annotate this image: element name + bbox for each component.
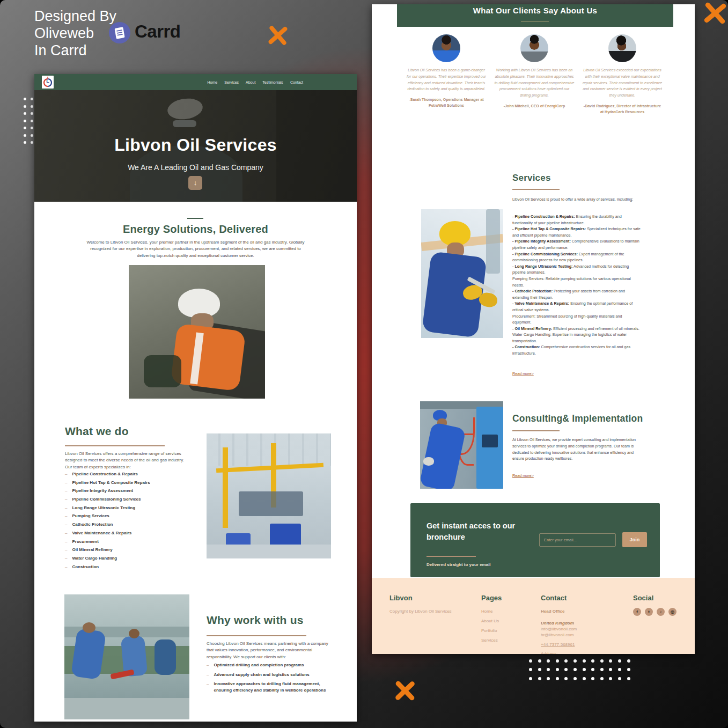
email-link[interactable]: info@libvonoil.com [541, 627, 577, 631]
service-entry: - Construction: Comprehensive constructi… [512, 344, 642, 356]
services-read-more-link[interactable]: Read more> [512, 371, 534, 376]
blue-bin [270, 524, 301, 547]
list-item: –Pipeline Integrity Assessment [65, 488, 194, 496]
service-entry: Pumping Services: Reliable pumping solut… [512, 276, 642, 288]
tiktok-icon[interactable]: ♪ [657, 608, 665, 616]
orange-x-mark [393, 678, 417, 703]
footer-link-services[interactable]: Services [481, 638, 498, 643]
footer-copyright: Copyright by Libvon Oil Services [389, 609, 452, 614]
nav-item-about[interactable]: About [246, 80, 255, 84]
orange-x-mark [266, 24, 290, 47]
services-underline [512, 189, 560, 190]
footer-link-portfolio[interactable]: Portfolio [481, 628, 497, 633]
nav-item-home[interactable]: Home [208, 80, 218, 84]
twitter-icon[interactable]: t [645, 608, 653, 616]
list-item: –Optimized drilling and completion progr… [207, 662, 335, 668]
testimonial-author: -David Rodriguez, Director of Infrastruc… [582, 103, 663, 115]
cta-title: Get instant acces to our bronchure [426, 520, 539, 543]
footer-social-title: Social [633, 594, 653, 602]
footer-link-about-us[interactable]: About Us [481, 619, 499, 623]
hero-subtitle: We Are A Leading Oil and Gas Company [34, 163, 357, 172]
section-divider [187, 218, 203, 219]
list-item: –Pumping Services [65, 513, 194, 521]
testimonial-quote: Working with Libvon Oil Services has bee… [494, 67, 575, 99]
service-entry: - Pipeline Construction & Repairs: Ensur… [512, 214, 642, 226]
email-input[interactable] [539, 533, 616, 547]
worker-lathe-photo [129, 265, 265, 399]
yellow-gantry [223, 447, 228, 528]
what-we-do-body: Libvon Oil Services offers a comprehensi… [65, 451, 184, 470]
nav-item-services[interactable]: Services [224, 80, 239, 84]
list-item: –Pipeline Construction & Repairs [65, 471, 194, 480]
logo-letter: L [42, 78, 54, 84]
facebook-icon[interactable]: f [633, 608, 641, 616]
credit-line: Oliveweb [34, 25, 116, 42]
service-entry: - Cathodic Protection: Protecting your a… [512, 288, 642, 300]
footer-link-home[interactable]: Home [481, 609, 492, 614]
orange-vest [171, 323, 246, 392]
phone-link[interactable]: +44-7377-568961 [541, 642, 575, 647]
hero-title: Libvon Oil Services [34, 135, 357, 155]
list-item: –Oil Mineral Refinery [65, 547, 194, 555]
what-we-do-heading: What we do [65, 425, 129, 438]
instagram-icon[interactable]: ◎ [668, 608, 676, 616]
wrench-worker-photo [421, 209, 503, 338]
testimonial-quote: Libvon Oil Services exceeded our expecta… [582, 67, 663, 99]
nav-item-testimonials[interactable]: Testimonials [262, 80, 283, 84]
list-item: –Water Cargo Handling [65, 555, 194, 564]
email-link[interactable]: hr@libvonoil.com [541, 633, 573, 637]
testimonial-card: Working with Libvon Oil Services has bee… [494, 34, 575, 109]
list-item: –Long Range Ultrasonic Testing [65, 505, 194, 513]
service-entry: - Pipeline Commissioning Services: Exper… [512, 251, 642, 263]
site-logo[interactable]: L [42, 76, 54, 89]
service-entry: Procurement: Streamlined sourcing of hig… [512, 313, 642, 326]
nav-links: Home Services About Testimonials Contact [208, 74, 303, 90]
left-page-screenshot: L Home Services About Testimonials Conta… [34, 74, 357, 722]
testimonial-quote: Libvon Oil Services has been a game-chan… [406, 67, 487, 92]
services-intro: Libvon Oil Services is proud to offer a … [512, 196, 641, 203]
list-item: –Pipeline Commissioning Services [65, 496, 194, 505]
cta-underline [426, 556, 476, 557]
service-entry: Water Cargo Handling: Expertise in manag… [512, 332, 642, 344]
service-entry: - Valve Maintenance & Repairs: Ensuring … [512, 300, 642, 313]
down-arrow-icon: ↓ [194, 179, 197, 187]
footer-pages-title: Pages [481, 594, 502, 602]
glove [423, 457, 434, 466]
footer: Libvon Copyright by Libvon Oil Services … [372, 578, 695, 654]
worker-blue [155, 639, 176, 675]
navbar: L Home Services About Testimonials Conta… [34, 74, 357, 90]
nav-item-contact[interactable]: Contact [290, 80, 303, 84]
carrd-wordmark: Carrd [135, 21, 181, 42]
right-page-screenshot: What Our Clients Say About Us Libvon Oil… [372, 4, 695, 654]
testimonial-card: Libvon Oil Services exceeded our expecta… [582, 34, 663, 115]
machine-worker-photo [420, 401, 503, 489]
designer-credit: Designed By Oliveweb In Carrd [34, 8, 116, 59]
testimonials-divider [521, 21, 549, 21]
testimonials-heading: What Our Clients Say About Us [397, 6, 673, 15]
avatar [432, 34, 460, 62]
cta-subtitle: Delivered straight to your email [426, 562, 491, 567]
consulting-body: At Libvon Oil Services, we provide exper… [512, 437, 645, 462]
carrd-logo-icon [109, 22, 130, 43]
energy-heading: Energy Solutions, Delivered [34, 223, 357, 236]
testimonial-author: -John Mitchell, CEO of EnergiCorp [494, 103, 575, 109]
service-entry: - Pipeline Hot Tap & Composite Repairs: … [512, 226, 642, 238]
social-links: f t ♪ ◎ [633, 608, 676, 616]
avatar [608, 34, 636, 62]
list-item: –Advanced supply chain and logistics sol… [207, 672, 335, 678]
footer-contact-title: Contact [541, 594, 567, 602]
why-list: –Optimized drilling and completion progr… [207, 662, 335, 696]
address-label-cut: Address: [541, 651, 558, 654]
join-button[interactable]: Join [622, 532, 647, 547]
consulting-underline [512, 430, 560, 431]
scroll-down-button[interactable]: ↓ [188, 176, 202, 190]
hero-section: Libvon Oil Services We Are A Leading Oil… [34, 90, 357, 202]
list-item: –Pipeline Hot Tap & Composite Repairs [65, 480, 194, 488]
consulting-read-more-link[interactable]: Read more> [512, 473, 534, 478]
brochure-cta-box: Get instant acces to our bronchure Deliv… [410, 503, 660, 577]
services-list: - Pipeline Construction & Repairs: Ensur… [512, 214, 642, 357]
service-entry: - Long Range Ultrasonic Testing: Advance… [512, 263, 642, 276]
credit-line: In Carrd [34, 42, 116, 59]
list-item: –Cathodic Protection [65, 521, 194, 530]
country-label: United Kingdom [541, 621, 574, 626]
